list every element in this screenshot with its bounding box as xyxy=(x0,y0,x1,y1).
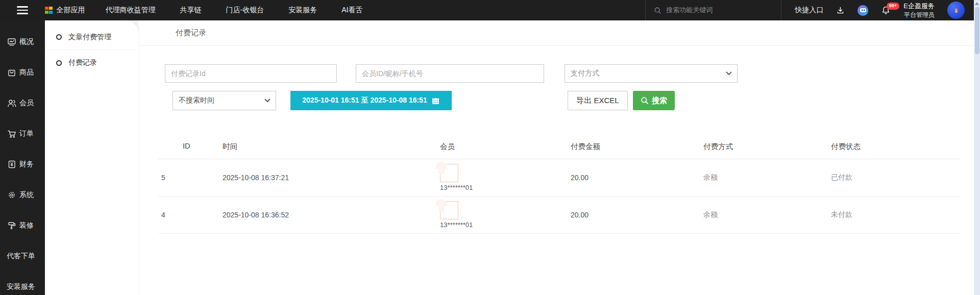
orders-icon xyxy=(7,129,17,139)
overview-icon xyxy=(7,37,17,47)
user-role: 平台管理员 xyxy=(903,11,935,19)
sidebar-item-finance[interactable]: 财务 xyxy=(0,149,45,180)
topbar-right: 快捷入口 99+ E企盈服务 平台管理员 xyxy=(781,2,980,19)
chevron-down-icon xyxy=(264,99,271,103)
pay-records-table: ID 时间 会员 付费金额 付费方式 付费状态 5 2025-10-08 16:… xyxy=(158,139,961,234)
ai-assistant-button[interactable] xyxy=(857,5,868,16)
sidebar-item-label: 会员 xyxy=(19,99,34,108)
table-header-row: ID 时间 会员 付费金额 付费方式 付费状态 xyxy=(158,139,961,159)
quick-entry-link[interactable]: 快捷入口 xyxy=(795,6,823,15)
sidebar-item-label: 订单 xyxy=(19,129,34,138)
page-title: 付费记录 xyxy=(176,28,206,38)
filter-row-2: 不搜索时间 2025-10-01 16:51 至 2025-10-08 16:5… xyxy=(165,91,974,110)
sidebar-item-overview[interactable]: 概况 xyxy=(0,27,45,57)
export-excel-button[interactable]: 导出 EXCEL xyxy=(568,91,628,110)
time-mode-select-value: 不搜索时间 xyxy=(179,96,214,105)
cell-amount: 20.00 xyxy=(568,211,700,219)
time-mode-select[interactable]: 不搜索时间 xyxy=(173,91,276,110)
sidebar-item-orders[interactable]: 订单 xyxy=(0,118,45,149)
cell-time: 2025-10-08 16:36:52 xyxy=(219,211,437,219)
circle-icon xyxy=(56,60,62,66)
members-icon xyxy=(7,98,17,108)
search-button[interactable]: 搜索 xyxy=(633,91,675,110)
notification-badge: 99+ xyxy=(887,3,899,10)
sidebar-item-label: 财务 xyxy=(19,160,34,169)
search-icon xyxy=(654,7,662,14)
calendar-icon xyxy=(431,96,440,105)
cell-method: 余额 xyxy=(700,210,828,219)
main-content: 付费记录 支付方式 不搜索时间 xyxy=(139,20,974,295)
column-header-amount: 付费金额 xyxy=(568,142,700,152)
system-icon xyxy=(7,190,17,200)
scrollbar-thumb[interactable] xyxy=(975,7,979,54)
download-icon xyxy=(836,6,845,15)
page-scrollbar[interactable] xyxy=(974,0,980,295)
circle-icon xyxy=(56,34,62,40)
filter-row-1: 支付方式 xyxy=(165,64,974,83)
nav-item-install-service[interactable]: 安装服务 xyxy=(288,6,317,15)
sidebar-item-label: 系统 xyxy=(19,190,34,200)
cell-status: 未付款 xyxy=(828,210,961,219)
sidebar-item-system[interactable]: 系统 xyxy=(0,180,45,210)
column-header-status: 付费状态 xyxy=(828,142,961,152)
sidebar-item-install-service[interactable]: 安装服务 xyxy=(0,272,45,295)
member-search-input[interactable] xyxy=(356,64,544,83)
org-name: E企盈服务 xyxy=(903,2,935,11)
sidebar-item-label: 代客下单 xyxy=(7,252,35,261)
avatar[interactable] xyxy=(947,2,965,19)
sidebar-item-label: 商品 xyxy=(19,68,34,77)
member-phone: 13*******01 xyxy=(440,221,473,229)
submenu-item-label: 文章付费管理 xyxy=(68,33,111,42)
pay-method-select[interactable]: 支付方式 xyxy=(565,64,738,83)
download-button[interactable] xyxy=(836,6,845,15)
notifications-button[interactable]: 99+ xyxy=(881,6,891,15)
finance-icon xyxy=(7,159,17,169)
global-search-box[interactable]: 搜索功能关键词 xyxy=(645,0,781,20)
nav-item-share-chain[interactable]: 共享链 xyxy=(180,6,202,15)
sidebar-item-proxy-order[interactable]: 代客下单 xyxy=(0,241,45,272)
column-header-member: 会员 xyxy=(437,142,568,152)
app-root: 全部应用 代理商收益管理 共享链 门店-收银台 安装服务 AI看舌 搜索功能关键… xyxy=(0,0,980,295)
nav-item-ai-tongue[interactable]: AI看舌 xyxy=(341,6,362,15)
submenu-item-article-pay[interactable]: 文章付费管理 xyxy=(45,24,139,50)
sidebar-item-label: 装修 xyxy=(19,221,34,230)
hamburger-icon xyxy=(17,6,28,14)
cell-member: 13*******01 xyxy=(437,164,568,191)
paint-roller-icon xyxy=(7,220,17,231)
submenu-item-pay-records[interactable]: 付费记录 xyxy=(45,50,139,76)
member-phone: 13*******01 xyxy=(440,184,473,191)
member-avatar[interactable] xyxy=(440,201,458,219)
nav-item-agent-revenue[interactable]: 代理商收益管理 xyxy=(106,6,156,15)
user-info[interactable]: E企盈服务 平台管理员 xyxy=(903,2,935,19)
goods-icon xyxy=(7,67,17,78)
cell-id: 5 xyxy=(158,174,219,182)
scrollbar-up-arrow[interactable] xyxy=(975,2,979,5)
pay-record-id-input[interactable] xyxy=(165,64,337,83)
apps-grid-icon xyxy=(45,7,53,14)
date-range-button[interactable]: 2025-10-01 16:51 至 2025-10-08 16:51 xyxy=(290,91,452,110)
global-search-placeholder: 搜索功能关键词 xyxy=(666,6,713,15)
pay-method-select-value: 支付方式 xyxy=(571,69,599,78)
hamburger-menu-button[interactable] xyxy=(0,6,45,14)
sidebar-item-decorate[interactable]: 装修 xyxy=(0,210,45,241)
sidebar-item-goods[interactable]: 商品 xyxy=(0,57,45,88)
breadcrumb: 付费记录 xyxy=(139,20,974,46)
submenu-panel: 文章付费管理 付费记录 xyxy=(45,20,139,295)
search-button-label: 搜索 xyxy=(652,96,667,106)
sidebar-item-members[interactable]: 会员 xyxy=(0,88,45,118)
cell-status: 已付款 xyxy=(828,173,961,182)
cell-time: 2025-10-08 16:37:21 xyxy=(219,174,437,182)
table-row: 4 2025-10-08 16:36:52 13*******01 20.00 … xyxy=(158,196,961,234)
all-apps-button[interactable]: 全部应用 xyxy=(45,6,85,15)
column-header-id: ID xyxy=(158,142,219,152)
search-icon xyxy=(641,96,649,105)
column-header-method: 付费方式 xyxy=(700,142,828,152)
sidebar-item-label: 安装服务 xyxy=(7,282,35,291)
sidebar-item-label: 概况 xyxy=(19,37,34,46)
member-avatar[interactable] xyxy=(440,164,458,182)
topbar: 全部应用 代理商收益管理 共享链 门店-收银台 安装服务 AI看舌 搜索功能关键… xyxy=(0,0,980,20)
cell-id: 4 xyxy=(158,211,219,219)
nav-item-store-cashier[interactable]: 门店-收银台 xyxy=(226,6,264,15)
chevron-down-icon xyxy=(726,71,732,76)
cell-method: 余额 xyxy=(700,173,828,182)
